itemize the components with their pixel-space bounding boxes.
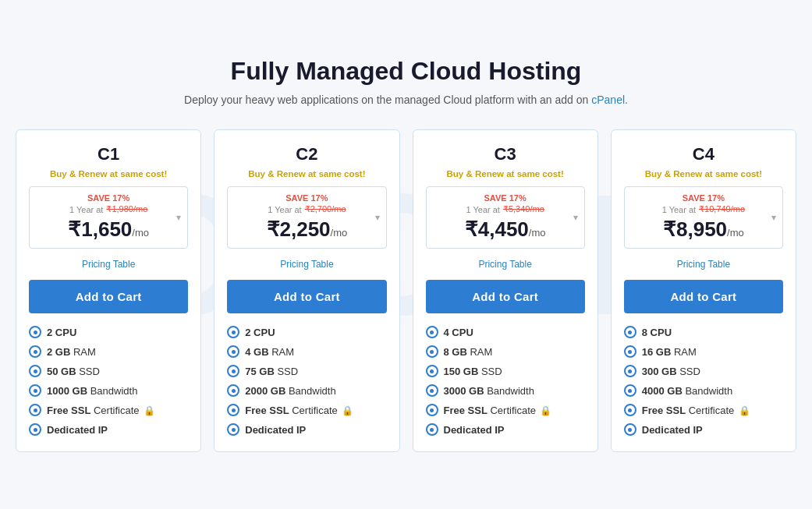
feature-check-icon — [624, 326, 636, 338]
feature-item: Free SSL Certificate 🔒 — [426, 404, 585, 416]
feature-bold-text: Dedicated IP — [444, 424, 505, 436]
pricing-table-anchor-c3[interactable]: Pricing Table — [478, 259, 531, 270]
features-list-c1: 2 CPU2 GB RAM50 GB SSD1000 GB BandwidthF… — [29, 326, 188, 436]
feature-bold-text: Dedicated IP — [642, 424, 703, 436]
year-label-c4: 1 Year at — [662, 205, 696, 214]
feature-check-icon — [227, 326, 239, 338]
feature-text: 2 CPU — [245, 327, 275, 338]
feature-text: 16 GB RAM — [642, 346, 697, 358]
plan-name-c3: C3 — [426, 144, 585, 164]
feature-bold-text: Dedicated IP — [47, 424, 108, 436]
pricing-table-anchor-c4[interactable]: Pricing Table — [677, 259, 730, 270]
plan-name-c1: C1 — [29, 144, 188, 164]
original-price-row-c3: 1 Year at ₹5,340/mo — [434, 204, 576, 214]
feature-text: Free SSL Certificate 🔒 — [47, 405, 155, 416]
feature-item: 2 CPU — [29, 326, 188, 338]
feature-check-icon — [426, 365, 438, 377]
feature-text: Free SSL Certificate 🔒 — [444, 405, 552, 416]
feature-text: 4000 GB Bandwidth — [642, 385, 732, 397]
feature-check-icon — [29, 345, 41, 358]
plan-card-c2: C2Buy & Renew at same cost!SAVE 17%1 Yea… — [214, 129, 399, 452]
feature-text: 2 CPU — [47, 327, 76, 338]
save-badge-c2: SAVE 17% — [236, 193, 378, 203]
feature-item: Free SSL Certificate 🔒 — [624, 404, 783, 416]
plan-card-c1: C1Buy & Renew at same cost!SAVE 17%1 Yea… — [16, 129, 201, 452]
feature-check-icon — [426, 423, 438, 436]
per-month-label: /mo — [331, 227, 348, 239]
feature-bold-text: Free SSL — [444, 405, 488, 416]
feature-text: Free SSL Certificate 🔒 — [642, 405, 750, 416]
page-subtitle: Deploy your heavy web applications on th… — [16, 94, 796, 106]
add-to-cart-button-c2[interactable]: Add to Cart — [227, 280, 386, 313]
ssl-lock-icon: 🔒 — [141, 405, 155, 416]
feature-text: 4 CPU — [444, 327, 473, 338]
plan-name-c2: C2 — [227, 144, 386, 164]
feature-check-icon — [29, 365, 41, 377]
feature-text: Dedicated IP — [444, 424, 505, 436]
feature-check-icon — [227, 423, 239, 436]
original-price-row-c1: 1 Year at ₹1,980/mo — [37, 204, 179, 214]
current-price-c2: ₹2,250/mo — [236, 217, 378, 242]
ssl-lock-icon: 🔒 — [736, 405, 750, 416]
pricing-table-anchor-c1[interactable]: Pricing Table — [82, 259, 135, 270]
per-month-label: /mo — [727, 227, 744, 239]
feature-bold-text: 2 GB — [47, 346, 70, 358]
add-to-cart-button-c3[interactable]: Add to Cart — [426, 280, 585, 313]
feature-item: 3000 GB Bandwidth — [426, 384, 585, 397]
feature-check-icon — [29, 384, 41, 397]
buy-renew-c1: Buy & Renew at same cost! — [29, 169, 188, 179]
cpanel-link[interactable]: cPanel. — [591, 94, 628, 106]
feature-text: Dedicated IP — [47, 424, 108, 436]
feature-check-icon — [624, 345, 636, 358]
feature-item: Dedicated IP — [426, 423, 585, 436]
pricing-table-anchor-c2[interactable]: Pricing Table — [280, 259, 333, 270]
feature-check-icon — [426, 326, 438, 338]
feature-text: 2000 GB Bandwidth — [245, 385, 335, 397]
feature-item: 8 CPU — [624, 326, 783, 338]
original-price-row-c4: 1 Year at ₹10,740/mo — [633, 204, 775, 214]
feature-bold-text: 4000 GB — [642, 385, 683, 397]
subtitle-text: Deploy your heavy web applications on th… — [184, 94, 588, 106]
plan-name-c4: C4 — [624, 144, 783, 164]
feature-bold-text: 4 CPU — [444, 327, 473, 338]
feature-check-icon — [426, 404, 438, 416]
feature-bold-text: 2000 GB — [245, 385, 285, 397]
feature-item: 1000 GB Bandwidth — [29, 384, 188, 397]
ssl-lock-icon: 🔒 — [537, 405, 551, 416]
feature-bold-text: 16 GB — [642, 346, 672, 358]
chevron-down-icon-c3: ▾ — [573, 212, 578, 223]
buy-renew-c4: Buy & Renew at same cost! — [624, 169, 783, 179]
feature-check-icon — [624, 423, 636, 436]
feature-item: 8 GB RAM — [426, 345, 585, 358]
features-list-c2: 2 CPU4 GB RAM75 GB SSD2000 GB BandwidthF… — [227, 326, 386, 436]
feature-text: 50 GB SSD — [47, 366, 100, 377]
feature-check-icon — [227, 345, 239, 358]
feature-bold-text: 1000 GB — [47, 385, 87, 397]
feature-text: Dedicated IP — [642, 424, 703, 436]
feature-bold-text: Free SSL — [47, 405, 90, 416]
add-to-cart-button-c1[interactable]: Add to Cart — [29, 280, 188, 313]
feature-check-icon — [624, 365, 636, 377]
feature-item: Free SSL Certificate 🔒 — [29, 404, 188, 416]
feature-item: 300 GB SSD — [624, 365, 783, 377]
pricing-table-link-c4: Pricing Table — [624, 256, 783, 270]
feature-item: 4000 GB Bandwidth — [624, 384, 783, 397]
feature-item: 4 GB RAM — [227, 345, 386, 358]
pricing-table-link-c1: Pricing Table — [29, 256, 188, 270]
feature-item: 4 CPU — [426, 326, 585, 338]
feature-text: 2 GB RAM — [47, 346, 96, 358]
feature-bold-text: 4 GB — [245, 346, 268, 358]
chevron-down-icon-c1: ▾ — [176, 212, 181, 223]
feature-text: Free SSL Certificate 🔒 — [245, 405, 353, 416]
original-price-c1: ₹1,980/mo — [106, 204, 147, 214]
year-label-c2: 1 Year at — [268, 205, 301, 214]
feature-check-icon — [624, 384, 636, 397]
per-month-label: /mo — [132, 227, 149, 239]
features-list-c4: 8 CPU16 GB RAM300 GB SSD4000 GB Bandwidt… — [624, 326, 783, 436]
add-to-cart-button-c4[interactable]: Add to Cart — [624, 280, 783, 313]
price-box-c1: SAVE 17%1 Year at ₹1,980/mo₹1,650/mo▾ — [29, 186, 188, 249]
plan-card-c4: C4Buy & Renew at same cost!SAVE 17%1 Yea… — [611, 129, 796, 452]
price-box-c2: SAVE 17%1 Year at ₹2,700/mo₹2,250/mo▾ — [227, 186, 386, 249]
feature-text: 4 GB RAM — [245, 346, 294, 358]
feature-bold-text: 150 GB — [444, 366, 479, 377]
